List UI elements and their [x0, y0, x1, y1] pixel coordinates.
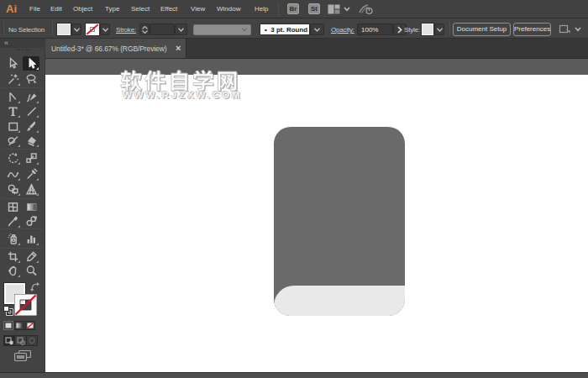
- variable-width-profile-dropdown: [193, 24, 251, 35]
- panel-drag-grip[interactable]: [16, 49, 29, 51]
- mesh-icon: [6, 200, 20, 214]
- tool-slice[interactable]: [23, 249, 39, 264]
- tool-magic-wand[interactable]: [4, 72, 21, 87]
- tool-eraser[interactable]: [23, 134, 39, 148]
- control-bar-grip[interactable]: [2, 22, 4, 34]
- fill-swatch[interactable]: [57, 24, 71, 35]
- book-artwork[interactable]: [274, 127, 405, 316]
- tool-rectangle[interactable]: [4, 119, 21, 134]
- app-logo[interactable]: Ai: [6, 3, 17, 15]
- workspace-switcher-icon[interactable]: [328, 4, 340, 14]
- watermark-url: WWW.RJZXW.COM: [123, 90, 242, 100]
- tool-rotate[interactable]: [4, 151, 21, 165]
- cs-live-icon[interactable]: [359, 3, 374, 15]
- tool-perspective-grid[interactable]: [23, 182, 39, 197]
- tool-selection[interactable]: [4, 56, 21, 71]
- menu-view[interactable]: View: [191, 5, 205, 13]
- chevron-down-icon[interactable]: [575, 27, 581, 32]
- menu-edit[interactable]: Edit: [50, 5, 62, 13]
- menu-help[interactable]: Help: [255, 5, 268, 13]
- brush-bullet: •: [265, 26, 267, 34]
- tool-gradient[interactable]: [23, 200, 39, 214]
- flyout-arrow-icon: [397, 26, 402, 34]
- tool-zoom[interactable]: [23, 264, 39, 278]
- tool-free-transform[interactable]: [23, 167, 39, 181]
- tool-mesh[interactable]: [4, 200, 21, 214]
- watermark-title: [120, 67, 243, 92]
- canvas-viewport[interactable]: WWW.RJZXW.COM: [45, 59, 588, 372]
- stroke-color-proxy[interactable]: [14, 294, 37, 316]
- stroke-weight-dropdown[interactable]: [175, 24, 187, 35]
- stock-button[interactable]: St: [308, 3, 320, 14]
- opacity-value[interactable]: 100%: [357, 24, 393, 35]
- tool-pen[interactable]: [4, 90, 21, 104]
- menu-type[interactable]: Type: [105, 5, 119, 13]
- swap-fill-stroke-icon[interactable]: [30, 282, 39, 291]
- menu-effect[interactable]: Effect: [160, 5, 177, 13]
- tool-symbol-sprayer[interactable]: [4, 232, 21, 246]
- color-button[interactable]: [3, 321, 13, 330]
- tool-shape-builder[interactable]: [4, 182, 21, 197]
- tool-direct-selection[interactable]: [23, 56, 39, 71]
- status-bar: [0, 372, 588, 378]
- document-tab-title: Untitled-3* @ 66.67% (RGB/Preview): [51, 45, 167, 53]
- tool-pencil[interactable]: [4, 134, 21, 148]
- tool-blend[interactable]: [23, 214, 39, 228]
- menu-select[interactable]: Select: [131, 5, 150, 13]
- none-button[interactable]: [25, 321, 35, 330]
- document-tab-bar: Untitled-3* @ 66.67% (RGB/Preview) ×: [45, 39, 588, 59]
- separator: [52, 21, 53, 35]
- drawing-modes-bar: [3, 335, 38, 346]
- separator: [449, 21, 450, 35]
- style-dropdown-button[interactable]: [434, 24, 444, 35]
- tab-close-icon[interactable]: ×: [176, 43, 181, 53]
- brush-dropdown-button[interactable]: [310, 24, 324, 35]
- draw-normal-mode[interactable]: [4, 336, 15, 346]
- brush-definition-dropdown[interactable]: • 3 pt. Round: [260, 24, 310, 35]
- menu-object[interactable]: Object: [73, 5, 92, 13]
- tool-eyedropper[interactable]: [4, 214, 21, 228]
- menu-bar: Ai FileEditObjectTypeSelectEffectViewWin…: [0, 0, 588, 18]
- tool-group-divider: [2, 198, 44, 199]
- tool-width[interactable]: [4, 167, 21, 181]
- tool-paintbrush[interactable]: [23, 119, 39, 134]
- tools-panel: «: [0, 39, 45, 372]
- lasso-icon: [24, 72, 39, 87]
- control-bar: No Selection Stroke: • 3 pt. Round: [0, 18, 588, 39]
- menu-file[interactable]: File: [29, 5, 40, 13]
- stroke-weight-stepper[interactable]: [139, 24, 150, 35]
- arrange-documents-icon[interactable]: [559, 24, 571, 34]
- tool-column-graph[interactable]: [23, 232, 39, 246]
- default-fill-stroke-icon[interactable]: [3, 306, 13, 316]
- tool-hand[interactable]: [4, 264, 21, 278]
- preferences-button[interactable]: Preferences: [513, 23, 551, 36]
- tool-ink-brush[interactable]: [23, 90, 39, 104]
- tool-artboard[interactable]: [4, 249, 21, 264]
- stroke-panel-link[interactable]: Stroke:: [116, 26, 136, 34]
- style-label: Style:: [404, 26, 420, 34]
- fill-dropdown-button[interactable]: [71, 24, 81, 35]
- chevron-down-icon[interactable]: [344, 7, 350, 12]
- selection-status: No Selection: [8, 26, 45, 34]
- collapse-panel-button[interactable]: «: [4, 39, 8, 47]
- opacity-panel-link[interactable]: Opacity:: [331, 26, 354, 34]
- tool-scale[interactable]: [23, 151, 39, 165]
- tool-group-divider: [2, 228, 44, 229]
- bridge-button[interactable]: Br: [287, 3, 299, 14]
- zoom-icon: [24, 264, 39, 278]
- gradient-icon: [24, 200, 39, 214]
- document-setup-button[interactable]: Document Setup: [453, 23, 511, 36]
- menu-window[interactable]: Window: [217, 5, 240, 13]
- style-swatch[interactable]: [422, 24, 433, 35]
- stroke-dropdown-button[interactable]: [100, 24, 110, 35]
- gradient-button[interactable]: [14, 321, 24, 330]
- tool-lasso[interactable]: [23, 72, 39, 87]
- tool-group-divider: [2, 149, 44, 150]
- tool-line-segment[interactable]: [23, 104, 39, 118]
- book-pages: [274, 286, 405, 316]
- screen-mode-button[interactable]: [14, 350, 31, 361]
- document-tab[interactable]: Untitled-3* @ 66.67% (RGB/Preview) ×: [45, 39, 186, 58]
- stroke-weight-value[interactable]: [150, 24, 175, 35]
- stroke-none-swatch[interactable]: [86, 24, 99, 35]
- tool-type[interactable]: [4, 104, 21, 118]
